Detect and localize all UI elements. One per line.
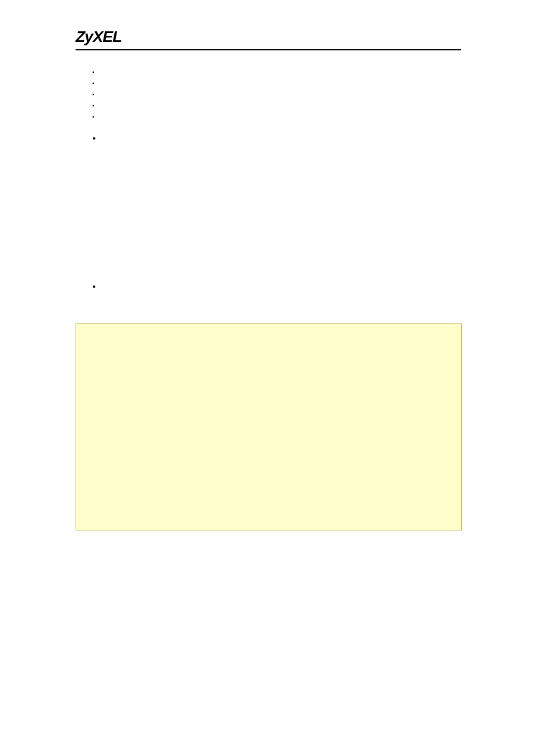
step3: 3. Enable Port Mirror and configure the … — [104, 251, 461, 259]
cli-line: L3-4024(config-vlan)# untagged 1-16 — [86, 412, 451, 420]
cli-line: L3-4024(config-vlan)# fixed 17-26 — [86, 361, 451, 370]
cli-line: L3-4024# write memory — [86, 437, 451, 445]
howitworks-title: How it works — [104, 135, 140, 143]
vlan-title: Configure the VLAN — [104, 283, 161, 291]
header-divider — [76, 49, 461, 50]
cli-line: L3-4024(config-vlan)# name V2 — [86, 353, 451, 361]
list-item: VLAN1 includes ports 1~16. — [104, 69, 182, 77]
list-item: VLAN1 is in Subnet 1 (10.10.1.X). — [104, 91, 199, 99]
requirements-list: VLAN1 includes ports 1~16. VLAN2 include… — [76, 67, 461, 122]
cli-line: L3-4024(config)# vlan 2 — [86, 345, 451, 353]
steps-title: Three steps to complete the setting — [104, 212, 197, 220]
cli-line: L3-4024(config)# vlan 1 — [86, 387, 451, 395]
brand-logo: ZyXEL — [76, 28, 461, 46]
list-item: VLAN2 includes ports 17~24, port 25~26 u… — [104, 80, 331, 88]
cli-line: L3-4024(config-vlan)# fixed 1-16 — [86, 395, 451, 403]
cli-line: L3-4024(config-vlan)# untagged 17-26 — [86, 370, 451, 378]
bullet-vlan: Configure the VLAN — [92, 281, 461, 292]
cli-line: L3-4024(config-vlan)# forbidden 17-26 — [86, 403, 451, 412]
cli-line: L3-4024(config-vlan)# exit — [86, 420, 451, 429]
cli-line: L3-4024# config — [86, 336, 451, 345]
vlan-para: In the CLI, we first creates two VLAN gr… — [104, 300, 461, 317]
list-item: The manager uses Ethereal to monitor the… — [104, 114, 270, 121]
cli-line: L3-4024(config)# exit — [86, 429, 451, 437]
cli-box: L3-4024# config L3-4024(config)# vlan 2 … — [76, 323, 462, 530]
bullet-howitworks: How it works — [92, 133, 461, 143]
step1: 1. Configure VLAN then assign a port to … — [104, 225, 461, 233]
step2: 2. Create the IP domain for each VLAN. — [104, 238, 461, 246]
cli-line: L3-4024(config-vlan)# exit — [86, 378, 451, 387]
howitworks-para: Port Mirroring copies frames to a Monito… — [104, 152, 461, 177]
list-item: VLAN2 is in Subnet 2 (10.10.2.X). — [104, 102, 199, 110]
